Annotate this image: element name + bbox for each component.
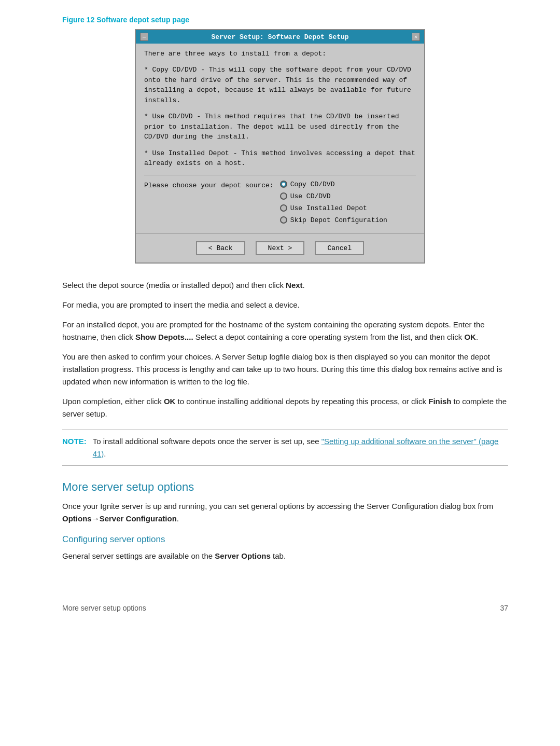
page-footer: More server setup options 37 xyxy=(62,604,508,612)
radio-use-installed-icon[interactable] xyxy=(280,204,287,212)
dialog-box: — Server Setup: Software Depot Setup ✕ T… xyxy=(135,29,425,264)
section-more-para: Once your Ignite server is up and runnin… xyxy=(62,500,508,525)
section-configuring-bold: Server Options xyxy=(215,551,271,560)
para-3-end: . xyxy=(476,333,478,341)
dialog-intro: There are three ways to install from a d… xyxy=(144,50,416,58)
section-more-server-config: Server Configuration xyxy=(100,514,177,523)
radio-skip-icon[interactable] xyxy=(280,216,287,224)
note-text: To install additional software depots on… xyxy=(93,435,508,460)
back-button[interactable]: < Back xyxy=(196,241,245,255)
section-more-para-text: Once your Ignite server is up and runnin… xyxy=(62,502,493,510)
section-configuring-para-end: tab. xyxy=(271,551,286,560)
radio-option-use-cddvd[interactable]: Use CD/DVD xyxy=(280,192,387,200)
section-more-arrow: → xyxy=(92,514,100,523)
section-more-options: Options xyxy=(62,514,92,523)
dialog-minimize-btn[interactable]: — xyxy=(140,33,148,41)
radio-use-installed-label: Use Installed Depot xyxy=(290,204,367,212)
para-3: For an installed depot, you are prompted… xyxy=(62,319,508,343)
para-1: Select the depot source (media or instal… xyxy=(62,279,508,292)
body-content: Select the depot source (media or instal… xyxy=(62,279,508,612)
para-1-end: . xyxy=(303,281,305,289)
radio-copy-icon[interactable] xyxy=(280,181,287,188)
dialog-body: There are three ways to install from a d… xyxy=(136,44,424,233)
para-3-mid: Select a depot containing a core operati… xyxy=(193,333,465,341)
radio-option-skip[interactable]: Skip Depot Configuration xyxy=(280,216,387,224)
radio-option-use-installed[interactable]: Use Installed Depot xyxy=(280,204,387,212)
dialog-option-use: * Use CD/DVD - This method requires that… xyxy=(144,112,416,142)
dialog-divider xyxy=(144,175,416,175)
section-configuring-para-start: General server settings are available on… xyxy=(62,551,215,560)
radio-use-cddvd-icon[interactable] xyxy=(280,192,287,200)
dialog-option-copy: * Copy CD/DVD - This will copy the softw… xyxy=(144,65,416,105)
para-1-text: Select the depot source (media or instal… xyxy=(62,281,286,289)
para-5-mid: to continue installing additional depots… xyxy=(175,397,428,406)
para-4: You are then asked to confirm your choic… xyxy=(62,351,508,388)
radio-use-cddvd-label: Use CD/DVD xyxy=(290,192,331,200)
dialog-close-btn[interactable]: ✕ xyxy=(412,33,420,41)
para-3-bold2: OK xyxy=(464,333,476,341)
para-1-bold: Next xyxy=(286,281,303,289)
para-5-bold2: Finish xyxy=(428,397,451,406)
note-text-end: . xyxy=(104,449,106,458)
section-more-para-end: . xyxy=(177,514,179,523)
dialog-titlebar: — Server Setup: Software Depot Setup ✕ xyxy=(136,30,424,44)
para-3-bold1: Show Depots.... xyxy=(135,333,193,341)
footer-right: 37 xyxy=(500,604,508,612)
radio-option-copy[interactable]: Copy CD/DVD xyxy=(280,181,387,188)
note-box: NOTE: To install additional software dep… xyxy=(62,430,508,466)
dialog-choose-row: Please choose your depot source: Copy CD… xyxy=(144,181,416,224)
note-label: NOTE: xyxy=(62,435,87,448)
dialog-buttons: < Back Next > Cancel xyxy=(136,233,424,263)
radio-copy-label: Copy CD/DVD xyxy=(290,181,335,188)
dialog-title: Server Setup: Software Depot Setup xyxy=(148,33,412,41)
para-2: For media, you are prompted to insert th… xyxy=(62,299,508,311)
radio-skip-label: Skip Depot Configuration xyxy=(290,216,387,224)
para-5: Upon completion, either click OK to cont… xyxy=(62,395,508,420)
subsection-configuring-heading: Configuring server options xyxy=(62,534,508,545)
para-5-start: Upon completion, either click xyxy=(62,397,164,406)
next-button[interactable]: Next > xyxy=(256,241,305,255)
section-more-heading: More server setup options xyxy=(62,480,508,494)
dialog-choose-label: Please choose your depot source: xyxy=(144,182,274,189)
para-5-bold1: OK xyxy=(164,397,176,406)
footer-left: More server setup options xyxy=(62,604,146,612)
radio-options-group: Copy CD/DVD Use CD/DVD Use Installed Dep… xyxy=(280,181,387,224)
note-text-start: To install additional software depots on… xyxy=(93,437,321,446)
cancel-button[interactable]: Cancel xyxy=(315,241,364,255)
figure-label: Figure 12 Software depot setup page xyxy=(62,16,529,24)
dialog-option-installed: * Use Installed Depot - This method invo… xyxy=(144,148,416,169)
section-configuring-para: General server settings are available on… xyxy=(62,550,508,562)
